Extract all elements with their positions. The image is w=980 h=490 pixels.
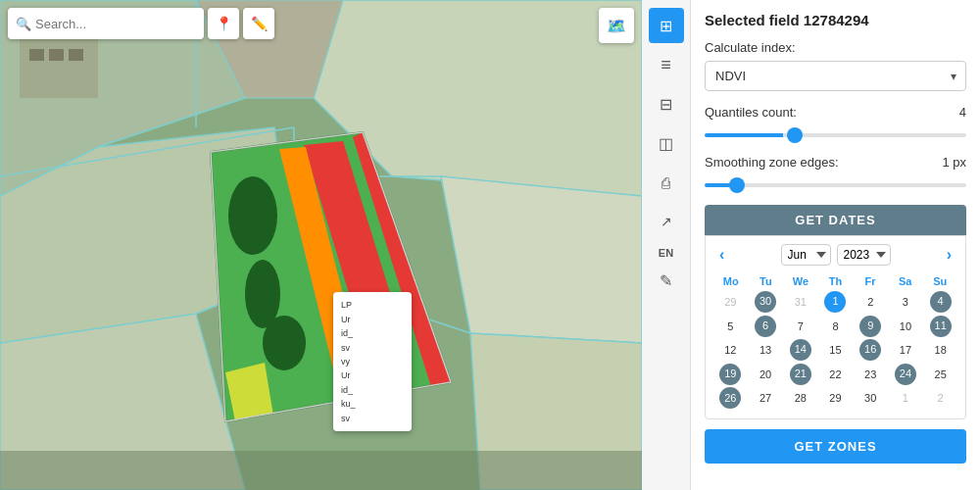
svg-point-22	[245, 260, 280, 328]
day-header-mo: Mo	[713, 273, 749, 289]
calendar-day[interactable]: 1	[889, 387, 923, 411]
day-header-su: Su	[922, 273, 957, 289]
svg-rect-27	[20, 39, 98, 98]
calendar-day[interactable]: 10	[889, 316, 923, 339]
selected-field-title: Selected field 12784294	[705, 12, 966, 28]
month-select[interactable]: JanFebMarAprMay JunJulAugSep OctNovDec	[781, 244, 831, 266]
search-input[interactable]	[35, 17, 182, 31]
calendar-day[interactable]: 29	[713, 291, 748, 315]
calendar-day[interactable]: 19	[719, 364, 741, 385]
calendar-day[interactable]: 30	[755, 291, 776, 313]
svg-rect-26	[0, 451, 642, 490]
day-header-th: Th	[818, 273, 854, 289]
map-tool-marker[interactable]: 📍	[208, 8, 239, 39]
calendar-day[interactable]: 11	[930, 316, 952, 337]
get-zones-button[interactable]: GET ZONES	[705, 429, 966, 464]
day-header-fr: Fr	[853, 273, 888, 289]
svg-rect-30	[69, 49, 83, 61]
edit-icon-btn[interactable]: ✎	[649, 263, 684, 298]
calendar-day[interactable]: 21	[790, 364, 811, 385]
day-header-sa: Sa	[888, 273, 923, 289]
calendar-day[interactable]: 9	[859, 316, 881, 337]
grid-icon-btn[interactable]: ⊟	[649, 86, 684, 122]
calendar: ‹ JanFebMarAprMay JunJulAugSep OctNovDec…	[705, 235, 966, 419]
calendar-day[interactable]: 1	[824, 291, 846, 313]
calendar-day[interactable]: 27	[749, 387, 783, 411]
quantiles-container: Quantiles count: 4	[705, 105, 966, 141]
smoothing-container: Smoothing zone edges: 1 px	[705, 155, 966, 191]
quantiles-label: Quantiles count:	[705, 105, 797, 120]
calendar-day[interactable]: 2	[923, 387, 957, 411]
calendar-day[interactable]: 8	[818, 316, 853, 339]
calendar-day[interactable]: 13	[749, 339, 783, 363]
calendar-day[interactable]: 20	[749, 364, 783, 387]
print-icon-btn[interactable]: ⎙	[649, 165, 684, 200]
index-dropdown[interactable]: NDVI NDRE EVI SAVI	[705, 61, 966, 91]
search-icon: 🔍	[16, 17, 31, 31]
calendar-day[interactable]: 18	[923, 339, 957, 363]
share-icon-btn[interactable]: ↗	[649, 204, 684, 239]
calendar-day[interactable]: 6	[755, 316, 776, 337]
calendar-day[interactable]: 2	[854, 291, 888, 315]
calendar-day[interactable]: 30	[854, 387, 888, 411]
quantiles-slider[interactable]	[705, 133, 966, 137]
calendar-nav: ‹ JanFebMarAprMay JunJulAugSep OctNovDec…	[713, 244, 957, 266]
calendar-day[interactable]: 15	[818, 339, 853, 363]
lang-en-btn[interactable]: EN	[659, 247, 673, 259]
get-dates-button[interactable]: GET DATES	[705, 205, 966, 235]
calendar-body: 2930311234567891011121314151617181920212…	[713, 291, 957, 411]
calendar-day[interactable]: 12	[713, 339, 748, 363]
calendar-day[interactable]: 3	[889, 291, 923, 315]
index-dropdown-wrap: NDVI NDRE EVI SAVI ▾	[705, 61, 966, 91]
map-popup: LP Ur id_ sv vy Ur id_ ku_ sv	[333, 292, 412, 431]
smoothing-label: Smoothing zone edges:	[705, 155, 839, 170]
svg-point-23	[263, 316, 306, 370]
calendar-day[interactable]: 25	[923, 364, 957, 387]
calendar-day[interactable]: 22	[818, 364, 853, 387]
year-select[interactable]: 2021202220232024	[837, 244, 891, 266]
calendar-day[interactable]: 4	[930, 291, 952, 313]
map-container[interactable]: 🔍 📍 ✏️ 🗺️ LP Ur id_ sv vy Ur id_ ku_ sv	[0, 0, 642, 490]
map-type-switcher[interactable]: 🗺️	[599, 8, 634, 43]
calendar-day[interactable]: 24	[895, 364, 916, 385]
calendar-day[interactable]: 23	[854, 364, 888, 387]
map-toolbar: 🔍 📍 ✏️	[8, 8, 274, 39]
cal-selects: JanFebMarAprMay JunJulAugSep OctNovDec 2…	[781, 244, 891, 266]
calendar-day[interactable]: 7	[783, 316, 817, 339]
layers-icon-btn[interactable]: ⊞	[649, 8, 684, 43]
svg-rect-28	[29, 49, 44, 61]
calendar-day[interactable]: 31	[783, 291, 817, 315]
day-header-we: We	[783, 273, 818, 289]
svg-point-21	[228, 176, 277, 255]
search-box[interactable]: 🔍	[8, 8, 204, 39]
calendar-day[interactable]: 26	[719, 387, 741, 409]
svg-rect-29	[49, 49, 64, 61]
sidebar: ⊞ ≡ ⊟ ◫ ⎙ ↗ EN ✎ Selected field 12784294…	[642, 0, 980, 490]
icon-column: ⊞ ≡ ⊟ ◫ ⎙ ↗ EN ✎	[642, 0, 691, 490]
quantiles-value: 4	[959, 105, 966, 120]
calendar-day[interactable]: 29	[818, 387, 853, 411]
calendar-day[interactable]: 17	[889, 339, 923, 363]
svg-marker-4	[441, 176, 642, 343]
map-tool-draw[interactable]: ✏️	[243, 8, 274, 39]
smoothing-value: 1 px	[942, 155, 966, 170]
stack-icon-btn[interactable]: ≡	[649, 47, 684, 82]
calendar-day[interactable]: 16	[859, 339, 881, 361]
day-header-tu: Tu	[749, 273, 784, 289]
next-month-button[interactable]: ›	[941, 244, 957, 266]
prev-month-button[interactable]: ‹	[713, 244, 730, 266]
main-panel: Selected field 12784294 Calculate index:…	[691, 0, 980, 490]
calendar-day[interactable]: 5	[713, 316, 748, 339]
calendar-headers: Mo Tu We Th Fr Sa Su	[713, 273, 957, 289]
smoothing-slider[interactable]	[705, 183, 966, 187]
calendar-day[interactable]: 14	[790, 339, 811, 361]
calculate-index-label: Calculate index:	[705, 40, 966, 55]
calendar-day[interactable]: 28	[783, 387, 817, 411]
layers2-icon-btn[interactable]: ◫	[649, 125, 684, 161]
